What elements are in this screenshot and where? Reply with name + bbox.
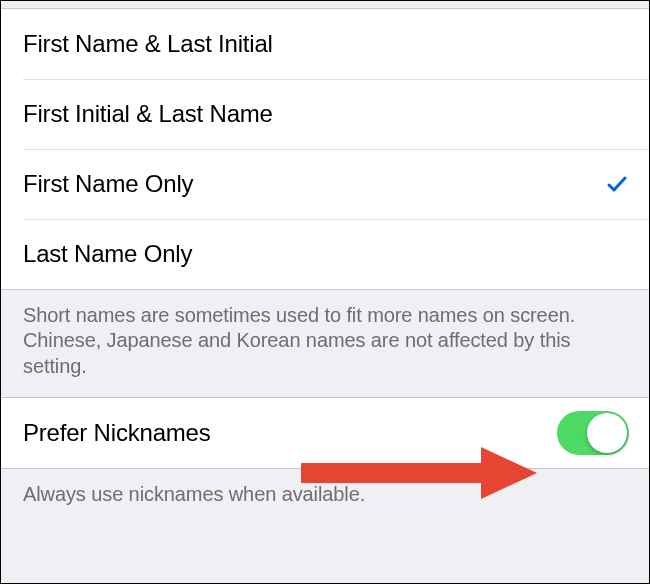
toggle-knob [587,413,627,453]
nicknames-group: Prefer Nicknames [1,397,649,469]
short-name-footer: Short names are sometimes used to fit mo… [1,290,649,397]
option-last-name-only[interactable]: Last Name Only [1,219,649,289]
option-first-name-only[interactable]: First Name Only [1,149,649,219]
prefer-nicknames-row[interactable]: Prefer Nicknames [1,398,649,468]
option-label: First Name & Last Initial [23,30,273,58]
option-label: First Name Only [23,170,193,198]
prefer-nicknames-toggle[interactable] [557,411,629,455]
prefer-nicknames-label: Prefer Nicknames [23,419,211,447]
nicknames-footer: Always use nicknames when available. [1,469,649,525]
option-first-name-last-initial[interactable]: First Name & Last Initial [1,9,649,79]
short-name-options-group: First Name & Last Initial First Initial … [1,9,649,290]
option-label: First Initial & Last Name [23,100,273,128]
group-spacer-top [1,1,649,9]
option-first-initial-last-name[interactable]: First Initial & Last Name [1,79,649,149]
option-label: Last Name Only [23,240,192,268]
checkmark-icon [605,172,629,196]
